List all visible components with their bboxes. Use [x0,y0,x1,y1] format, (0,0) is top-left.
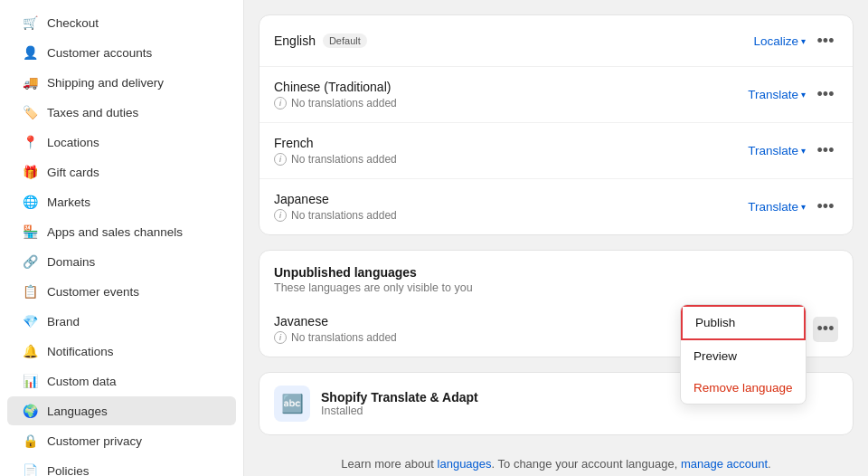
lang-info: Japanese i No translations added [274,192,748,222]
sidebar-item-brand[interactable]: 💎 Brand [7,307,236,336]
sidebar-item-gift-cards[interactable]: 🎁 Gift cards [7,157,236,186]
customer-events-icon: 📋 [22,283,38,300]
lang-name-text: Javanese [274,314,328,328]
lang-sub: i No translations added [274,97,748,109]
more-options-button-active[interactable]: ••• [813,317,838,342]
lang-sub: i No translations added [274,331,748,344]
info-icon: i [274,331,287,344]
localize-button[interactable]: Localize ▾ [753,34,806,48]
sidebar-label-brand: Brand [47,315,80,328]
sidebar-item-domains[interactable]: 🔗 Domains [7,247,236,276]
main-content: English Default Localize ▾ ••• Chinese (… [244,0,868,476]
sidebar-item-customer-events[interactable]: 📋 Customer events [7,277,236,306]
sidebar-label-apps-sales: Apps and sales channels [47,225,183,239]
manage-account-link[interactable]: manage account [681,457,768,471]
domains-icon: 🔗 [22,253,38,270]
no-translations-label: No translations added [291,153,397,166]
sidebar-label-markets: Markets [47,195,90,209]
footer-text: Learn more about languages. To change yo… [259,450,854,476]
custom-data-icon: 📊 [22,373,38,389]
sidebar-label-languages: Languages [47,405,108,418]
lang-name-text: English [274,33,316,48]
lang-actions: Translate ▾ ••• [748,195,838,220]
lang-name: English Default [274,33,753,48]
customer-privacy-icon: 🔒 [22,433,38,449]
app-status: Installed [321,405,478,417]
markets-icon: 🌐 [22,194,38,210]
sidebar-item-apps-sales[interactable]: 🏪 Apps and sales channels [7,217,236,246]
published-lang-row: Chinese (Traditional) i No translations … [259,67,853,123]
sidebar-label-taxes-duties: Taxes and duties [47,106,138,119]
lang-info: Chinese (Traditional) i No translations … [274,80,748,109]
dropdown-item-publish[interactable]: Publish [681,305,806,340]
translate-button[interactable]: Translate ▾ [748,144,806,157]
sidebar-item-customer-privacy[interactable]: 🔒 Customer privacy [7,426,236,455]
brand-icon: 💎 [22,313,38,329]
sidebar-item-checkout[interactable]: 🛒 Checkout [7,8,236,37]
sidebar-item-locations[interactable]: 📍 Locations [7,128,236,157]
info-icon: i [274,209,287,222]
sidebar-label-customer-events: Customer events [47,285,139,299]
lang-name-text: Japanese [274,192,329,206]
no-translations-label: No translations added [291,209,397,222]
unpublished-sub: These languages are only visible to you [274,281,838,294]
taxes-duties-icon: 🏷️ [22,104,38,120]
lang-sub: i No translations added [274,209,748,222]
published-lang-row: English Default Localize ▾ ••• [259,15,853,67]
translate-button[interactable]: Translate ▾ [748,88,806,101]
default-badge: Default [323,33,367,48]
sidebar-item-shipping-delivery[interactable]: 🚚 Shipping and delivery [7,68,236,97]
sidebar-label-policies: Policies [47,464,90,477]
sidebar: 🛒 Checkout 👤 Customer accounts 🚚 Shippin… [0,0,244,476]
sidebar-label-checkout: Checkout [47,16,99,30]
sidebar-label-domains: Domains [47,255,95,269]
sidebar-item-customer-accounts[interactable]: 👤 Customer accounts [7,38,236,67]
translate-button[interactable]: Translate ▾ [748,200,806,214]
sidebar-item-custom-data[interactable]: 📊 Custom data [7,367,236,395]
lang-name-text: Chinese (Traditional) [274,80,391,94]
sidebar-item-markets[interactable]: 🌐 Markets [7,187,236,216]
lang-info: Javanese i No translations added [274,314,748,344]
dropdown-item-remove[interactable]: Remove language [681,372,806,404]
sidebar-item-taxes-duties[interactable]: 🏷️ Taxes and duties [7,98,236,127]
dropdown-item-preview[interactable]: Preview [681,340,806,372]
chevron-down-icon: ▾ [801,90,806,100]
checkout-icon: 🛒 [22,14,38,31]
gift-cards-icon: 🎁 [22,164,38,180]
lang-info: French i No translations added [274,136,748,166]
more-options-button[interactable]: ••• [813,28,838,53]
shipping-delivery-icon: 🚚 [22,74,38,90]
lang-actions: Translate ▾ ••• [748,138,838,164]
lang-info: English Default [274,33,753,48]
sidebar-label-custom-data: Custom data [47,375,117,388]
unpublished-title: Unpublished languages [274,265,838,280]
sidebar-label-notifications: Notifications [47,345,114,358]
lang-sub: i No translations added [274,153,748,166]
unpublished-header: Unpublished languages These languages ar… [259,251,853,301]
sidebar-item-languages[interactable]: 🌍 Languages [7,396,236,425]
languages-icon: 🌍 [22,403,38,419]
chevron-down-icon: ▾ [801,36,806,46]
sidebar-label-locations: Locations [47,136,99,149]
apps-sales-icon: 🏪 [22,224,38,240]
lang-name: French [274,136,748,150]
published-lang-row: French i No translations added Translate… [259,123,853,179]
sidebar-item-notifications[interactable]: 🔔 Notifications [7,337,236,366]
languages-link[interactable]: languages [438,457,492,471]
more-options-button[interactable]: ••• [813,138,838,164]
sidebar-label-customer-privacy: Customer privacy [47,434,142,448]
lang-actions: Translate ▾ ••• [748,82,838,108]
notifications-icon: 🔔 [22,343,38,359]
more-options-button[interactable]: ••• [813,82,838,108]
lang-name: Javanese [274,314,748,328]
no-translations-label: No translations added [291,97,397,109]
sidebar-item-policies[interactable]: 📄 Policies [7,456,236,476]
published-languages-card: English Default Localize ▾ ••• Chinese (… [259,14,854,235]
lang-name: Chinese (Traditional) [274,80,748,94]
locations-icon: 📍 [22,134,38,150]
chevron-down-icon: ▾ [801,146,806,156]
sidebar-label-gift-cards: Gift cards [47,166,99,179]
lang-actions: Localize ▾ ••• [753,28,838,53]
more-options-button[interactable]: ••• [813,195,838,220]
info-icon: i [274,97,287,109]
